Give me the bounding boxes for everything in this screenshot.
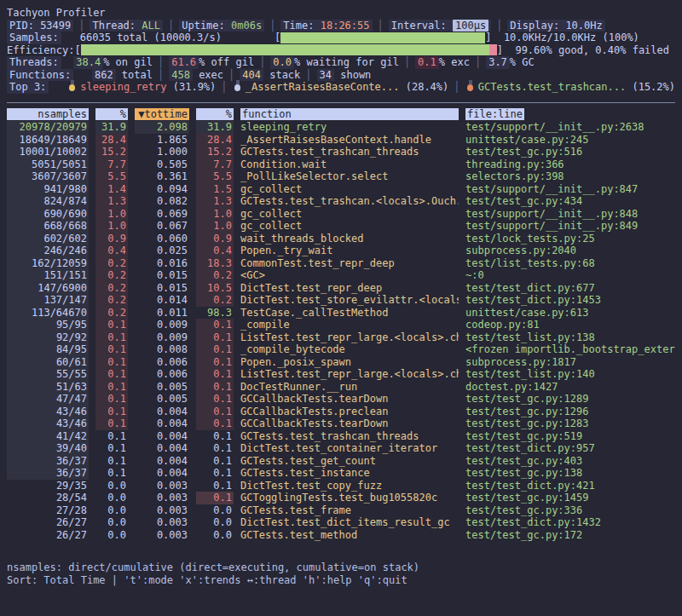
- cell-cumulative-percent: 0.1: [196, 430, 234, 443]
- cell-cumulative-percent: 0.1: [196, 467, 234, 480]
- cell-tottime: 1.865: [135, 134, 189, 147]
- separator: │: [153, 69, 169, 82]
- table-row: 824/8741.30.0821.3GCTests.test_trashcan.…: [7, 195, 675, 208]
- cell-file-line: subprocess.py:2040: [465, 245, 675, 257]
- cell-file-line: test/test_gc.py:516: [465, 146, 675, 158]
- info-value: 0m06s: [231, 20, 262, 32]
- cell-tottime: 2.098: [135, 121, 189, 134]
- app-title: Tachyon Profiler: [7, 7, 106, 20]
- cell-function-name: sleeping_retry: [240, 121, 459, 134]
- cell-tottime: 0.008: [135, 343, 189, 356]
- cell-cumulative-percent: 0.1: [196, 480, 234, 492]
- threads-segment-unit: % off gil: [199, 56, 254, 69]
- cell-cumulative-percent: 0.2: [196, 269, 234, 282]
- cell-nsamples: 113/64670: [7, 307, 89, 320]
- cell-tottime: 0.025: [135, 245, 189, 257]
- spacer: [61, 56, 73, 69]
- cell-tottime: 0.060: [135, 233, 189, 245]
- cell-file-line: test/test_dict.py:677: [465, 282, 675, 295]
- cell-function-name: GCCallbackTests.preclean: [240, 406, 459, 418]
- cell-tottime: 0.006: [135, 368, 189, 381]
- samples-bar-fill: [280, 32, 485, 43]
- table-row: 137/1470.20.0140.2DictTest.test_store_ev…: [7, 294, 675, 307]
- table-row: 20978/2097931.92.09831.9sleeping_retryte…: [7, 121, 675, 134]
- functions-segment-value: 862: [92, 69, 116, 82]
- cell-file-line: test/test_dict.py:421: [465, 480, 675, 492]
- cell-tottime: 0.003: [135, 480, 189, 492]
- threads-segment-unit: % exc: [439, 56, 470, 69]
- cell-direct-percent: 0.1: [95, 393, 128, 406]
- cell-nsamples: 3607/3607: [7, 170, 89, 183]
- cell-nsamples: 43/46: [7, 406, 89, 418]
- info-value: 53499: [40, 20, 71, 32]
- efficiency-summary: 99.60% good, 0.40% failed: [503, 44, 669, 57]
- cell-tottime: 0.015: [135, 269, 189, 282]
- efficiency-bar-open: [: [74, 44, 80, 57]
- cell-function-name: TestCase._callTestMethod: [240, 307, 459, 320]
- separator: │: [223, 69, 240, 82]
- threads-segment-value: 0.1: [415, 56, 439, 69]
- cell-tottime: 0.004: [135, 455, 189, 468]
- cell-function-name: GCCallbackTests.tearDown: [240, 417, 459, 430]
- top3-percent: (31.9%): [167, 81, 217, 94]
- cell-function-name: gc_collect: [240, 220, 459, 233]
- info-segment: Display: 10.0Hz: [507, 20, 604, 32]
- cell-nsamples: 20978/20979: [7, 121, 89, 134]
- column-header-function[interactable]: function: [240, 108, 459, 121]
- table-row: 113/646700.20.01198.3TestCase._callTestM…: [7, 307, 675, 320]
- cell-direct-percent: 0.0: [95, 504, 128, 517]
- efficiency-bar-close: ]: [497, 44, 503, 57]
- cell-nsamples: 151/151: [7, 269, 89, 282]
- cell-nsamples: 137/147: [7, 294, 89, 307]
- cell-file-line: test/test_gc.py:336: [465, 504, 675, 517]
- cell-direct-percent: 0.1: [95, 343, 128, 356]
- top3-percent: (15.2%): [626, 81, 675, 94]
- cell-nsamples: 10001/10002: [7, 146, 89, 158]
- info-label: PID:: [9, 20, 40, 32]
- cell-cumulative-percent: 0.1: [196, 442, 234, 455]
- cell-function-name: GCTogglingTests.test_bug1055820c: [240, 492, 459, 504]
- top3-function-name: _AssertRaisesBaseConte...: [246, 81, 400, 94]
- cell-tottime: 0.004: [135, 430, 189, 443]
- cell-file-line: test/test_gc.py:172: [465, 529, 675, 542]
- functions-segment-unit: total: [116, 69, 153, 82]
- cell-tottime: 0.006: [135, 356, 189, 369]
- cell-direct-percent: 7.7: [95, 158, 128, 171]
- column-header-nsamples[interactable]: nsamples: [7, 108, 89, 121]
- cell-file-line: test/test_gc.py:1289: [465, 393, 675, 406]
- table-body: 20978/2097931.92.09831.9sleeping_retryte…: [7, 121, 675, 541]
- status-info-line: PID: 53499│Thread: ALL│Uptime: 0m06s│Tim…: [7, 20, 675, 32]
- table-row: 26/270.00.0030.0DictTest.test_dict_items…: [7, 516, 675, 529]
- cell-file-line: <frozen importlib._bootstrap_external: [465, 343, 675, 356]
- info-segment: Uptime: 0m06s: [179, 20, 264, 32]
- cell-cumulative-percent: 0.1: [196, 319, 234, 331]
- top3-label: Top 3:: [7, 81, 49, 94]
- cell-tottime: 0.009: [135, 331, 189, 344]
- info-label: Interval:: [391, 20, 453, 32]
- table-row: 941/9801.40.0941.5gc_collecttest/support…: [7, 183, 675, 196]
- spacer: [73, 69, 92, 82]
- cell-file-line: test/test_gc.py:1296: [465, 406, 675, 418]
- cell-tottime: 0.505: [135, 158, 189, 171]
- cell-direct-percent: 0.1: [95, 331, 128, 344]
- cell-file-line: unittest/case.py:613: [465, 307, 675, 320]
- column-header-direct-pct[interactable]: %: [95, 108, 128, 121]
- cell-nsamples: 246/246: [7, 245, 89, 257]
- gold-medal-icon: [69, 84, 75, 91]
- table-row: 26/270.00.0030.0GCTests.test_methodtest/…: [7, 529, 675, 542]
- cell-nsamples: 18649/18649: [7, 134, 89, 147]
- efficiency-label: Efficiency:: [7, 44, 74, 57]
- cell-direct-percent: 0.1: [95, 381, 128, 394]
- cell-cumulative-percent: 15.2: [196, 146, 234, 158]
- cell-cumulative-percent: 0.1: [196, 393, 234, 406]
- column-header-cumulative-pct[interactable]: %: [196, 108, 234, 121]
- table-row: 43/460.10.0040.1GCCallbackTests.tearDown…: [7, 417, 675, 430]
- cell-cumulative-percent: 0.9: [196, 233, 234, 245]
- cell-file-line: codeop.py:81: [465, 319, 675, 331]
- cell-tottime: 0.004: [135, 442, 189, 455]
- cell-nsamples: 28/54: [7, 492, 89, 504]
- column-header-file-line[interactable]: file:line: [465, 108, 524, 121]
- cell-function-name: ListTest.test_repr_large.<locals>.check: [240, 368, 459, 381]
- column-header-tottime-sorted[interactable]: ▼tottime: [135, 108, 189, 121]
- cell-direct-percent: 0.1: [95, 406, 128, 418]
